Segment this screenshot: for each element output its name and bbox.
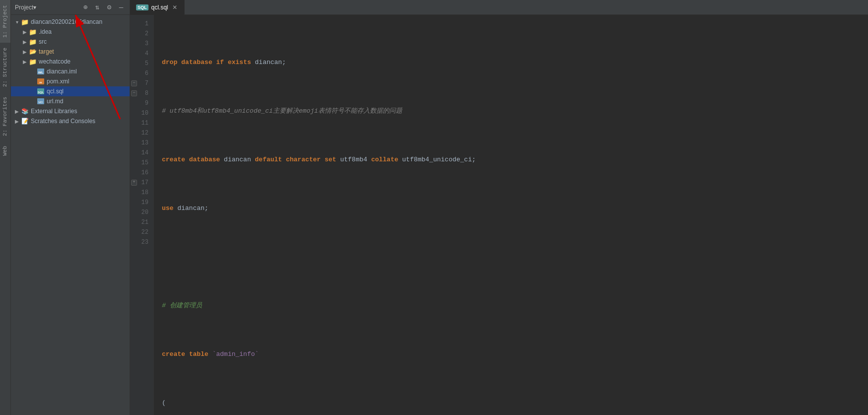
project-tree: ▾ 📁 diancan20200216 [diancan ▶ 📁 .idea ▶…: [11, 15, 130, 415]
sql-icon-tree: SQL: [37, 87, 45, 95]
tree-arrow-ext: ▶: [13, 107, 21, 115]
project-panel: Project▾ ⊕ ⇅ ⚙ — ▾ 📁 diancan20200216 [di…: [11, 0, 130, 415]
folder-icon-idea: 📁: [29, 28, 37, 36]
side-tabs: 1: Project 2: Structure 2: Favorites Web: [0, 0, 11, 415]
ln-17: + 17: [130, 178, 153, 188]
side-tab-structure[interactable]: 2: Structure: [0, 43, 10, 92]
side-tab-favorites[interactable]: 2: Favorites: [0, 92, 10, 141]
ln-12: 12: [130, 128, 153, 138]
fold-btn-8[interactable]: −: [131, 90, 137, 96]
tree-item-external-libs[interactable]: ▶ 📚 External Libraries: [11, 106, 130, 116]
code-line-5: [162, 252, 860, 262]
side-tab-project[interactable]: 1: Project: [0, 0, 10, 43]
collapse-icon[interactable]: ⇅: [93, 3, 102, 12]
tree-label-root: diancan20200216 [diancan: [31, 18, 102, 25]
code-line-4: use diancan;: [162, 204, 860, 213]
ln-20: 20: [130, 208, 153, 217]
tree-item-src[interactable]: ▶ 📁 src: [11, 37, 130, 47]
kw-table: table: [189, 349, 209, 359]
tree-arrow-target: ▶: [21, 48, 29, 56]
ln-1: 1: [130, 19, 153, 29]
tree-label-qcl-sql: qcl.sql: [47, 88, 64, 95]
kw-collate: collate: [371, 155, 398, 165]
side-tab-web[interactable]: Web: [0, 141, 10, 161]
project-panel-header: Project▾ ⊕ ⇅ ⚙ —: [11, 0, 130, 15]
ln-9: 9: [130, 98, 153, 108]
tree-item-pom-xml[interactable]: m pom.xml: [11, 76, 130, 86]
tab-sql-badge: SQL: [136, 4, 148, 10]
ln-13: 13: [130, 138, 153, 148]
fold-btn-7[interactable]: −: [131, 80, 137, 86]
tree-arrow-wechatcode: ▶: [21, 58, 29, 66]
kw-character: character: [286, 155, 321, 165]
kw-default: default: [255, 155, 282, 165]
tree-label-pom-xml: pom.xml: [47, 78, 69, 85]
db-name-2: diancan: [224, 155, 251, 165]
add-new-icon[interactable]: ⊕: [81, 3, 90, 12]
tree-arrow-src: ▶: [21, 38, 29, 46]
tree-arrow-url: [29, 97, 37, 105]
ln-22: 22: [130, 227, 153, 237]
scratches-icon: 📝: [21, 117, 29, 125]
ln-16: 16: [130, 168, 153, 178]
fold-btn-17[interactable]: +: [131, 180, 137, 186]
tree-label-diancan-iml: diancan.iml: [47, 68, 77, 75]
xml-icon: m: [37, 77, 45, 85]
minimize-icon[interactable]: —: [117, 3, 126, 12]
ln-21: 21: [130, 217, 153, 227]
tree-item-target[interactable]: ▶ 📂 target: [11, 47, 130, 57]
kw-database: database: [181, 58, 212, 68]
tab-qcl-sql[interactable]: SQL qcl.sql ✕: [130, 0, 185, 15]
tree-item-wechatcode[interactable]: ▶ 📁 wechatcode: [11, 57, 130, 67]
code-editor[interactable]: 1 2 3 4 5 6 − 7 − 8 9 10 11 12 13 14: [130, 15, 868, 415]
editor-area: SQL qcl.sql ✕ 1 2 3 4 5 6 − 7 −: [130, 0, 868, 415]
tree-item-idea[interactable]: ▶ 📁 .idea: [11, 27, 130, 37]
code-line-2: # utf8mb4和utf8mb4_unicode_ci主要解决emoji表情符…: [162, 106, 860, 116]
ln-15: 15: [130, 158, 153, 168]
charset-val: utf8mb4: [340, 155, 367, 165]
tab-bar: SQL qcl.sql ✕: [130, 0, 868, 15]
settings-icon[interactable]: ⚙: [105, 3, 114, 12]
lib-icon: 📚: [21, 107, 29, 115]
open-paren: (: [162, 398, 166, 408]
md-icon: MD: [37, 97, 45, 105]
kw-if: if: [216, 58, 224, 68]
kw-drop: drop: [162, 58, 177, 68]
folder-icon-target: 📂: [29, 48, 37, 56]
tree-label-wechatcode: wechatcode: [39, 58, 71, 65]
kw-db2: database: [189, 155, 220, 165]
tree-label-src: src: [39, 38, 47, 45]
tree-item-root[interactable]: ▾ 📁 diancan20200216 [diancan: [11, 17, 130, 27]
tree-item-qcl-sql[interactable]: SQL qcl.sql: [11, 86, 130, 96]
ln-14: 14: [130, 148, 153, 158]
kw-create2: create: [162, 349, 185, 359]
kw-use: use: [162, 204, 173, 213]
ln-23: 23: [130, 237, 153, 247]
code-line-3: create database diancan default characte…: [162, 155, 860, 165]
kw-set: set: [325, 155, 336, 165]
tree-item-url-md[interactable]: MD url.md: [11, 96, 130, 106]
tree-arrow-idea: ▶: [21, 28, 29, 36]
code-line-6: # 创建管理员: [162, 301, 860, 311]
tree-item-scratches[interactable]: ▶ 📝 Scratches and Consoles: [11, 116, 130, 126]
code-content[interactable]: drop database if exists diancan; # utf8m…: [154, 15, 868, 415]
code-line-1: drop database if exists diancan;: [162, 58, 860, 68]
tree-label-scratches: Scratches and Consoles: [31, 118, 95, 125]
folder-icon-root: 📁: [21, 18, 29, 26]
comment-6: # 创建管理员: [162, 301, 202, 311]
main-layout: Project▾ ⊕ ⇅ ⚙ — ▾ 📁 diancan20200216 [di…: [11, 0, 868, 415]
folder-icon-wechatcode: 📁: [29, 58, 37, 66]
collate-val: utf8mb4_unicode_ci;: [402, 155, 476, 165]
tree-label-external-libs: External Libraries: [31, 108, 77, 115]
folder-icon-src: 📁: [29, 38, 37, 46]
tab-close-btn[interactable]: ✕: [171, 4, 178, 11]
tbl-name: `admin_info`: [212, 349, 259, 359]
ln-6: 6: [130, 69, 153, 78]
ln-19: 19: [130, 198, 153, 208]
ln-4: 4: [130, 49, 153, 59]
ln-7: − 7: [130, 78, 153, 88]
code-line-8: (: [162, 398, 860, 408]
tree-item-diancan-iml[interactable]: IML diancan.iml: [11, 67, 130, 76]
tree-label-idea: .idea: [39, 28, 52, 35]
tree-label-target: target: [39, 48, 54, 55]
